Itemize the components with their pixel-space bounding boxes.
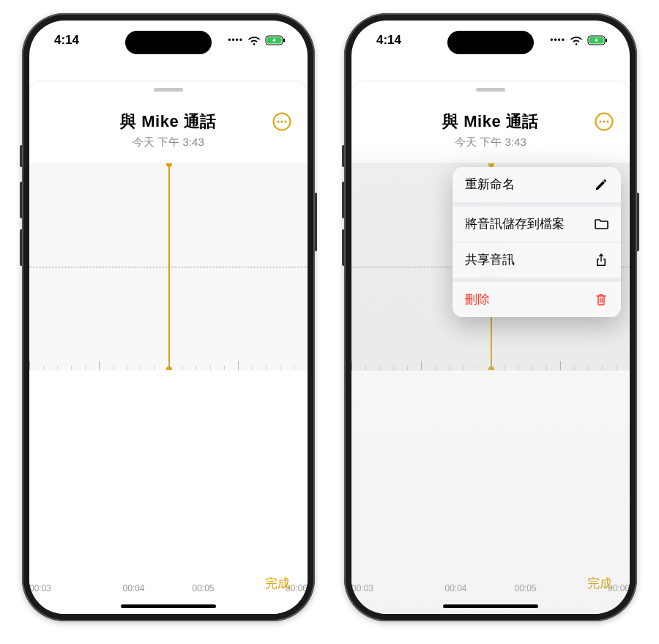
status-time: 4:14	[54, 33, 79, 48]
battery-charging-icon	[587, 35, 608, 45]
menu-share-audio[interactable]: 共享音訊	[453, 243, 621, 278]
phone-right: 4:14 •••• 與 Mike 通話 今天 下午 3:43	[344, 13, 637, 621]
recording-subtitle: 今天 下午 3:43	[351, 136, 630, 149]
tick-label: 00:05	[168, 583, 238, 604]
menu-rename[interactable]: 重新命名	[453, 167, 621, 202]
menu-save-audio-label: 將音訊儲存到檔案	[465, 216, 565, 232]
playhead[interactable]	[168, 163, 170, 370]
svg-point-5	[280, 120, 283, 122]
share-icon	[594, 253, 608, 267]
recording-sheet: 與 Mike 通話 今天 下午 3:43 00:03 00:04 00:05 0…	[29, 82, 308, 614]
cellular-dots-icon: ••••	[228, 35, 243, 45]
menu-save-audio[interactable]: 將音訊儲存到檔案	[453, 207, 621, 242]
battery-charging-icon	[265, 35, 286, 45]
svg-rect-11	[606, 39, 607, 42]
svg-rect-2	[283, 39, 285, 42]
svg-point-6	[284, 120, 286, 122]
wifi-icon	[570, 36, 583, 45]
grabber[interactable]	[476, 88, 505, 92]
recording-title: 與 Mike 通話	[29, 111, 308, 133]
folder-icon	[594, 217, 608, 232]
home-indicator[interactable]	[443, 604, 538, 608]
phone-left: 4:14 •••• 與 Mike 通話 今天 下午 3:43	[22, 13, 315, 621]
dynamic-island	[125, 31, 212, 54]
context-menu: 重新命名 將音訊儲存到檔案 共享音訊 刪除	[453, 167, 621, 317]
trash-icon	[594, 292, 608, 307]
tick-label: 00:04	[99, 583, 168, 604]
home-indicator[interactable]	[121, 604, 216, 608]
more-button[interactable]	[272, 112, 291, 131]
waveform-scrubber[interactable]	[29, 163, 308, 371]
menu-delete-label: 刪除	[465, 292, 490, 308]
recording-subtitle: 今天 下午 3:43	[29, 136, 308, 149]
done-button[interactable]: 完成	[265, 575, 290, 592]
cellular-dots-icon: ••••	[550, 35, 565, 45]
tick-label: 00:05	[491, 583, 560, 604]
status-time: 4:14	[376, 33, 401, 48]
menu-delete[interactable]: 刪除	[453, 282, 621, 317]
pencil-icon	[594, 177, 608, 192]
wifi-icon	[247, 36, 261, 45]
tick-label: 00:04	[421, 583, 491, 604]
done-button[interactable]: 完成	[587, 575, 612, 592]
svg-point-13	[599, 120, 601, 122]
tick-label: 00:03	[29, 583, 99, 604]
menu-rename-label: 重新命名	[465, 177, 515, 193]
tick-label: 00:03	[351, 583, 421, 604]
recording-sheet: 與 Mike 通話 今天 下午 3:43 00:03 00:04 00:05 0…	[351, 82, 630, 614]
grabber[interactable]	[154, 88, 183, 92]
svg-point-14	[603, 120, 605, 122]
svg-point-15	[606, 120, 608, 122]
dynamic-island	[447, 31, 534, 54]
more-button[interactable]	[595, 112, 614, 131]
svg-point-4	[277, 120, 279, 122]
recording-title: 與 Mike 通話	[351, 111, 630, 133]
menu-share-audio-label: 共享音訊	[465, 252, 515, 268]
